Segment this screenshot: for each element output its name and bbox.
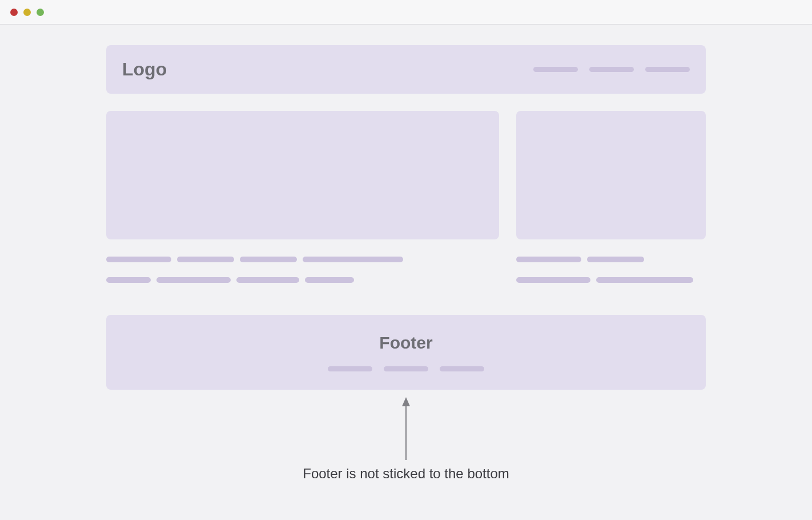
text-placeholder (516, 277, 590, 283)
text-placeholder (106, 277, 151, 283)
window-zoom-icon[interactable] (37, 9, 44, 16)
text-placeholder (177, 257, 234, 262)
footer-link-placeholder-group (328, 366, 484, 371)
text-placeholder (240, 257, 297, 262)
text-placeholder-line (106, 257, 499, 262)
wireframe-main-row (106, 111, 706, 283)
footer-link-placeholder (328, 366, 372, 371)
text-placeholder-line (516, 257, 706, 262)
content-block-right (516, 111, 706, 239)
footer-link-placeholder (440, 366, 484, 371)
wireframe-header: Logo (106, 45, 706, 94)
window-close-icon[interactable] (10, 9, 18, 16)
nav-placeholder-group (533, 67, 690, 72)
window-minimize-icon[interactable] (23, 9, 31, 16)
wireframe-canvas: Logo Footer Footer is not sticked to the… (106, 45, 706, 390)
window-titlebar (0, 0, 812, 25)
text-placeholder-group-right (516, 257, 706, 283)
text-placeholder (596, 277, 693, 283)
wireframe-main-left (106, 111, 499, 283)
text-placeholder (156, 277, 231, 283)
logo-label: Logo (122, 59, 167, 80)
text-placeholder (587, 257, 644, 262)
text-placeholder (106, 257, 171, 262)
text-placeholder (516, 257, 581, 262)
content-block-left (106, 111, 499, 239)
wireframe-footer: Footer (106, 315, 706, 390)
wireframe-main-right (516, 111, 706, 283)
text-placeholder (305, 277, 354, 283)
text-placeholder-group-left (106, 257, 499, 283)
svg-marker-1 (402, 397, 410, 406)
footer-link-placeholder (384, 366, 428, 371)
annotation-caption: Footer is not sticked to the bottom (303, 466, 509, 482)
nav-placeholder (533, 67, 578, 72)
text-placeholder-line (516, 277, 706, 283)
text-placeholder (236, 277, 299, 283)
text-placeholder-line (106, 277, 499, 283)
annotation-arrow-icon (400, 397, 412, 460)
footer-title: Footer (379, 333, 432, 353)
nav-placeholder (589, 67, 634, 72)
text-placeholder (303, 257, 403, 262)
nav-placeholder (645, 67, 690, 72)
